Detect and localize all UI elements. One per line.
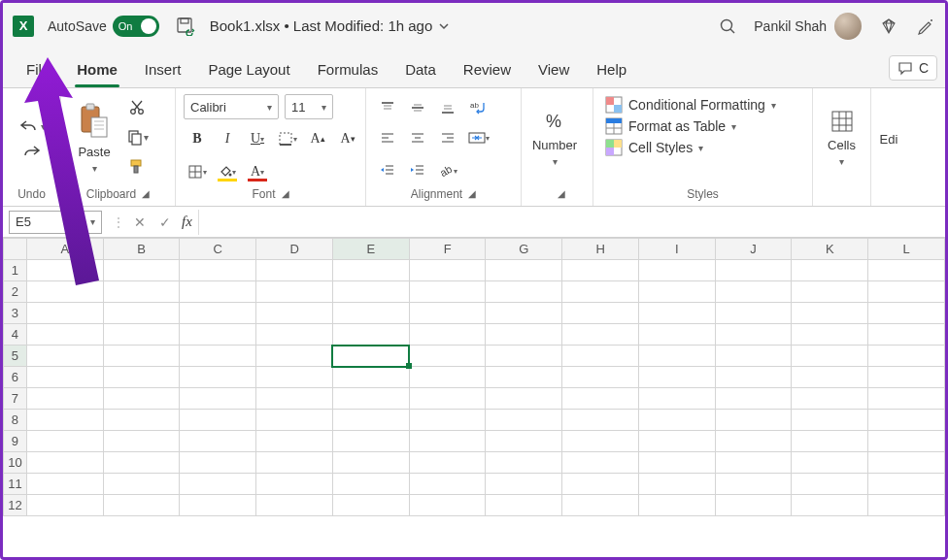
cell[interactable] xyxy=(256,260,333,281)
row-header[interactable]: 1 xyxy=(4,260,27,281)
cell[interactable] xyxy=(486,388,562,410)
font-launcher-icon[interactable]: ◢ xyxy=(282,188,289,199)
cell[interactable] xyxy=(639,324,716,346)
align-top-button[interactable] xyxy=(374,94,401,121)
cell[interactable] xyxy=(792,452,868,474)
decrease-indent-button[interactable] xyxy=(374,157,401,184)
fx-icon[interactable]: fx xyxy=(182,214,192,230)
column-header[interactable]: G xyxy=(486,239,562,260)
cell[interactable] xyxy=(562,495,639,516)
column-header[interactable]: D xyxy=(256,239,333,260)
cell[interactable] xyxy=(103,495,180,516)
copy-button[interactable]: ▾ xyxy=(123,123,151,150)
align-middle-button[interactable] xyxy=(404,94,431,121)
cell[interactable] xyxy=(562,281,639,303)
cell[interactable] xyxy=(103,431,180,452)
cell[interactable] xyxy=(639,431,716,452)
cell[interactable] xyxy=(332,495,409,516)
merge-center-button[interactable]: ▾ xyxy=(465,124,492,151)
row-header[interactable]: 2 xyxy=(4,281,27,303)
cell[interactable] xyxy=(26,324,103,346)
cell[interactable] xyxy=(868,431,945,452)
cell[interactable] xyxy=(103,388,180,410)
decrease-font-button[interactable]: A▾ xyxy=(334,125,361,152)
redo-button[interactable] xyxy=(21,143,43,160)
cell[interactable] xyxy=(486,452,562,474)
cell[interactable] xyxy=(256,495,333,516)
cell[interactable] xyxy=(332,367,409,388)
increase-font-button[interactable]: A▴ xyxy=(304,125,331,152)
cell[interactable] xyxy=(868,303,945,324)
border-button[interactable]: ▾ xyxy=(274,125,301,152)
cell[interactable] xyxy=(26,474,103,495)
cell[interactable] xyxy=(409,388,486,410)
cell[interactable] xyxy=(409,495,486,516)
cell[interactable] xyxy=(639,260,716,281)
font-color-button[interactable]: A▾ xyxy=(244,158,271,185)
comments-button[interactable]: C xyxy=(889,55,937,81)
clipboard-launcher-icon[interactable]: ◢ xyxy=(142,188,150,199)
cell[interactable] xyxy=(26,303,103,324)
cell[interactable] xyxy=(256,388,333,410)
orientation-button[interactable]: ab▾ xyxy=(434,157,461,184)
cell[interactable] xyxy=(562,410,639,431)
cell[interactable] xyxy=(868,474,945,495)
name-box[interactable]: E5 ▾ xyxy=(9,211,102,234)
cell[interactable] xyxy=(792,303,868,324)
cancel-edit-button[interactable]: ✕ xyxy=(129,214,151,230)
cell[interactable] xyxy=(180,431,256,452)
bold-button[interactable]: B xyxy=(184,125,211,152)
cell[interactable] xyxy=(792,346,868,367)
cell[interactable] xyxy=(256,346,333,367)
cell[interactable] xyxy=(868,260,945,281)
tab-file[interactable]: File xyxy=(13,53,63,87)
paste-button[interactable]: Paste ▾ xyxy=(69,94,119,181)
cell[interactable] xyxy=(639,474,716,495)
format-as-table-button[interactable]: Format as Table▾ xyxy=(605,117,776,135)
column-header[interactable]: K xyxy=(792,239,868,260)
cell[interactable] xyxy=(639,388,716,410)
tab-page-layout[interactable]: Page Layout xyxy=(194,53,303,87)
cell[interactable] xyxy=(792,474,868,495)
cell[interactable] xyxy=(639,410,716,431)
cell[interactable] xyxy=(868,388,945,410)
diamond-icon[interactable] xyxy=(879,16,898,36)
document-title[interactable]: Book1.xlsx • Last Modified: 1h ago xyxy=(210,17,451,34)
cell[interactable] xyxy=(26,388,103,410)
cell[interactable] xyxy=(639,495,716,516)
cell[interactable] xyxy=(103,303,180,324)
cell[interactable] xyxy=(715,474,792,495)
row-header[interactable]: 12 xyxy=(4,495,27,516)
cell[interactable] xyxy=(180,367,256,388)
pen-mode-icon[interactable] xyxy=(916,16,935,36)
cell[interactable] xyxy=(256,410,333,431)
cell[interactable] xyxy=(715,260,792,281)
cut-button[interactable] xyxy=(123,94,151,121)
cell[interactable] xyxy=(562,474,639,495)
cell[interactable] xyxy=(26,452,103,474)
cell[interactable] xyxy=(332,346,409,367)
row-header[interactable]: 8 xyxy=(4,410,27,431)
column-header[interactable]: C xyxy=(180,239,256,260)
cell[interactable] xyxy=(715,388,792,410)
cell[interactable] xyxy=(715,324,792,346)
cell[interactable] xyxy=(562,452,639,474)
cell[interactable] xyxy=(868,452,945,474)
cell[interactable] xyxy=(256,431,333,452)
cell[interactable] xyxy=(562,324,639,346)
account-button[interactable]: Pankil Shah xyxy=(754,13,862,40)
cell[interactable] xyxy=(409,303,486,324)
cell[interactable] xyxy=(715,495,792,516)
cell[interactable] xyxy=(256,281,333,303)
column-header[interactable]: L xyxy=(868,239,945,260)
cell[interactable] xyxy=(332,260,409,281)
cell[interactable] xyxy=(486,474,562,495)
confirm-edit-button[interactable]: ✓ xyxy=(154,214,176,230)
cell[interactable] xyxy=(256,367,333,388)
cell[interactable] xyxy=(562,346,639,367)
cell[interactable] xyxy=(639,303,716,324)
cell[interactable] xyxy=(868,281,945,303)
cell[interactable] xyxy=(180,346,256,367)
cell[interactable] xyxy=(26,346,103,367)
cell[interactable] xyxy=(562,367,639,388)
